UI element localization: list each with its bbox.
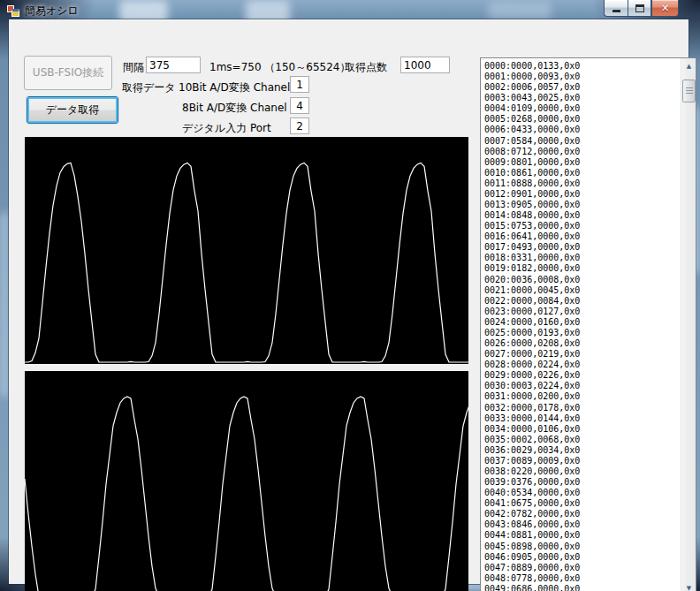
- maximize-button[interactable]: [628, 0, 651, 17]
- list-item[interactable]: 0032:0000,0178,0x0: [484, 403, 678, 413]
- list-item[interactable]: 0011:0888,0000,0x0: [484, 178, 678, 189]
- list-item[interactable]: 0017:0493,0000,0x0: [484, 242, 678, 253]
- list-item[interactable]: 0040:0534,0000,0x0: [484, 488, 678, 498]
- list-item[interactable]: 0019:0182,0000,0x0: [484, 263, 678, 274]
- list-item[interactable]: 0013:0905,0000,0x0: [484, 200, 678, 210]
- list-item[interactable]: 0025:0000,0193,0x0: [484, 328, 678, 338]
- minimize-button[interactable]: [604, 0, 628, 17]
- list-item[interactable]: 0044:0881,0000,0x0: [484, 530, 678, 541]
- list-item[interactable]: 0031:0000,0200,0x0: [484, 391, 678, 402]
- list-item[interactable]: 0001:0000,0093,0x0: [484, 72, 678, 82]
- list-item[interactable]: 0043:0846,0000,0x0: [484, 519, 678, 530]
- scroll-down-button[interactable]: ▼: [681, 580, 696, 591]
- list-lines: 0000:0000,0133,0x00001:0000,0093,0x00002…: [484, 61, 678, 591]
- data-listbox[interactable]: 0000:0000,0133,0x00001:0000,0093,0x00002…: [480, 57, 696, 591]
- list-item[interactable]: 0037:0089,0009,0x0: [484, 456, 678, 466]
- list-item[interactable]: 0029:0000,0226,0x0: [484, 370, 678, 381]
- list-item[interactable]: 0047:0889,0000,0x0: [484, 563, 678, 573]
- scroll-up-button[interactable]: ▲: [681, 58, 696, 73]
- close-button[interactable]: ✕: [651, 0, 679, 17]
- list-item[interactable]: 0036:0029,0034,0x0: [484, 445, 678, 456]
- list-item[interactable]: 0022:0000,0084,0x0: [484, 296, 678, 307]
- list-item[interactable]: 0021:0000,0045,0x0: [484, 285, 678, 296]
- interval-input[interactable]: [146, 57, 201, 73]
- list-item[interactable]: 0038:0220,0000,0x0: [484, 466, 678, 477]
- ch10bit-input[interactable]: [290, 76, 309, 93]
- arrow-up-icon: ▲: [687, 63, 691, 70]
- close-icon: ✕: [661, 4, 669, 13]
- list-item[interactable]: 0027:0000,0219,0x0: [484, 349, 678, 360]
- minimize-icon: [612, 10, 620, 12]
- points-input[interactable]: [400, 57, 450, 73]
- list-item[interactable]: 0018:0331,0000,0x0: [484, 253, 678, 263]
- ch8bit-label: 8Bit A/D変換 Chanel: [182, 101, 287, 116]
- list-item[interactable]: 0045:0898,0000,0x0: [484, 542, 678, 552]
- list-item[interactable]: 0012:0901,0000,0x0: [484, 189, 678, 200]
- list-item[interactable]: 0016:0641,0000,0x0: [484, 231, 678, 242]
- list-scrollbar[interactable]: ▲ ▼: [681, 58, 696, 591]
- list-item[interactable]: 0024:0000,0160,0x0: [484, 317, 678, 328]
- ch8bit-input[interactable]: [290, 97, 309, 114]
- list-item[interactable]: 0015:0753,0000,0x0: [484, 221, 678, 231]
- list-item[interactable]: 0023:0000,0127,0x0: [484, 307, 678, 317]
- list-item[interactable]: 0049:0686,0000,0x0: [484, 584, 678, 591]
- oscilloscope-panel-8bit: [25, 371, 468, 591]
- list-item[interactable]: 0034:0000,0106,0x0: [484, 424, 678, 435]
- maximize-icon: [635, 4, 644, 12]
- arrow-down-icon: ▼: [687, 585, 691, 591]
- list-item[interactable]: 0000:0000,0133,0x0: [484, 61, 678, 72]
- list-item[interactable]: 0010:0861,0000,0x0: [484, 168, 678, 178]
- list-item[interactable]: 0014:0848,0000,0x0: [484, 210, 678, 221]
- list-item[interactable]: 0026:0000,0208,0x0: [484, 338, 678, 349]
- list-item[interactable]: 0004:0109,0000,0x0: [484, 103, 678, 114]
- list-item[interactable]: 0002:0006,0057,0x0: [484, 82, 678, 93]
- list-item[interactable]: 0046:0905,0000,0x0: [484, 552, 678, 563]
- interval-hint-label: 1ms=750 （150～65524）: [209, 60, 350, 75]
- app-window: 簡易オシロ ✕ USB-FSIO接続 データ取得 間隔 1ms=750 （150…: [0, 0, 700, 591]
- list-item[interactable]: 0033:0000,0144,0x0: [484, 413, 678, 424]
- list-item[interactable]: 0048:0778,0000,0x0: [484, 573, 678, 584]
- list-item[interactable]: 0035:0002,0068,0x0: [484, 435, 678, 445]
- app-icon: [6, 4, 20, 18]
- digital-port-input[interactable]: [290, 117, 309, 134]
- waveform-10bit: [25, 137, 468, 364]
- list-item[interactable]: 0020:0036,0008,0x0: [484, 275, 678, 285]
- acquired-data-label: 取得データ: [122, 80, 176, 95]
- list-item[interactable]: 0003:0043,0025,0x0: [484, 93, 678, 103]
- list-item[interactable]: 0041:0675,0000,0x0: [484, 498, 678, 509]
- glass-highlight: [0, 212, 9, 398]
- list-item[interactable]: 0042:0782,0000,0x0: [484, 509, 678, 519]
- data-acquire-button[interactable]: データ取得: [27, 96, 118, 124]
- list-item[interactable]: 0028:0000,0224,0x0: [484, 360, 678, 370]
- list-item[interactable]: 0039:0376,0000,0x0: [484, 477, 678, 488]
- waveform-8bit: [25, 371, 468, 591]
- interval-label: 間隔: [123, 60, 144, 75]
- list-item[interactable]: 0030:0003,0224,0x0: [484, 381, 678, 391]
- oscilloscope-panel-10bit: [25, 137, 468, 364]
- scrollbar-grip-icon: [686, 87, 693, 95]
- client-area: USB-FSIO接続 データ取得 間隔 1ms=750 （150～65524） …: [9, 19, 689, 584]
- scrollbar-thumb[interactable]: [682, 80, 696, 102]
- list-item[interactable]: 0005:0268,0000,0x0: [484, 114, 678, 125]
- usb-connect-button[interactable]: USB-FSIO接続: [24, 56, 112, 90]
- list-item[interactable]: 0009:0801,0000,0x0: [484, 157, 678, 168]
- points-label: 取得点数: [345, 60, 387, 75]
- list-item[interactable]: 0006:0433,0000,0x0: [484, 125, 678, 135]
- window-title: 簡易オシロ: [25, 4, 79, 19]
- digital-port-label: デジタル入力 Port: [182, 121, 271, 136]
- list-item[interactable]: 0007:0584,0000,0x0: [484, 136, 678, 147]
- ch10bit-label: 10Bit A/D変換 Chanel: [179, 80, 290, 95]
- title-bar[interactable]: 簡易オシロ ✕: [0, 0, 700, 19]
- list-item[interactable]: 0008:0712,0000,0x0: [484, 147, 678, 157]
